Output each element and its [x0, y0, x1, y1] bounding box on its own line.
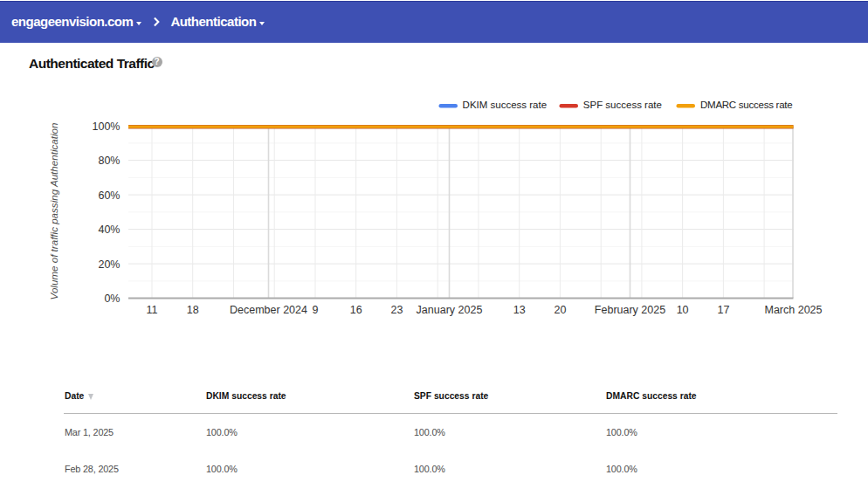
svg-text:10: 10 — [677, 304, 689, 316]
svg-text:60%: 60% — [98, 189, 120, 202]
svg-text:Volume of traffic passing Auth: Volume of traffic passing Authentication — [48, 123, 59, 300]
svg-text:23: 23 — [390, 304, 403, 316]
svg-text:0%: 0% — [104, 293, 120, 305]
svg-text:January 2025: January 2025 — [417, 304, 483, 316]
svg-text:40%: 40% — [98, 224, 120, 236]
svg-text:20%: 20% — [98, 258, 120, 271]
svg-text:13: 13 — [513, 304, 526, 316]
svg-text:11: 11 — [147, 304, 158, 316]
svg-text:17: 17 — [717, 304, 729, 316]
svg-text:16: 16 — [350, 304, 362, 316]
svg-text:SPF success rate: SPF success rate — [583, 100, 662, 110]
svg-text:18: 18 — [187, 304, 199, 316]
svg-text:March 2025: March 2025 — [764, 304, 822, 316]
svg-text:9: 9 — [313, 304, 319, 316]
svg-text:DMARC success rate: DMARC success rate — [700, 100, 792, 110]
svg-text:February 2025: February 2025 — [595, 304, 665, 316]
svg-text:80%: 80% — [98, 155, 120, 167]
svg-text:20: 20 — [554, 304, 566, 316]
svg-text:December 2024: December 2024 — [230, 304, 307, 316]
svg-text:DKIM success rate: DKIM success rate — [463, 100, 548, 110]
svg-text:100%: 100% — [93, 120, 121, 133]
